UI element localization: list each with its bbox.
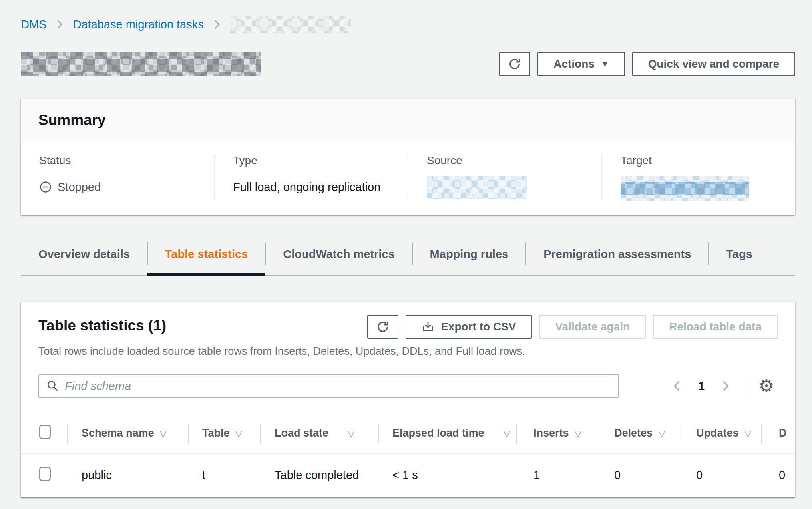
cell-load-state: Table completed xyxy=(260,453,378,497)
statistics-table-wrap: Schema name▽ Table▽ Load state▽ Elapsed … xyxy=(21,414,795,497)
quick-view-compare-button[interactable]: Quick view and compare xyxy=(632,52,795,76)
summary-status-col: Status Stopped xyxy=(21,154,214,201)
target-label: Target xyxy=(621,154,777,167)
col-schema-name: Schema name xyxy=(82,427,154,439)
table-preferences-button[interactable]: ⚙ xyxy=(755,375,778,397)
table-statistics-title: Table statistics (1) xyxy=(38,315,166,334)
breadcrumb-dms-link[interactable]: DMS xyxy=(21,18,46,31)
breadcrumb: DMS Database migration tasks xyxy=(21,15,795,34)
cell-elapsed-load-time: < 1 s xyxy=(378,453,516,497)
type-label: Type xyxy=(233,154,389,167)
cell-inserts: 1 xyxy=(516,453,597,497)
row-checkbox[interactable] xyxy=(39,467,51,481)
col-inserts: Inserts xyxy=(533,427,569,439)
sort-icon[interactable]: ▽ xyxy=(348,428,355,439)
table-header-row: Schema name▽ Table▽ Load state▽ Elapsed … xyxy=(21,414,795,453)
table-row: public t Table completed < 1 s 1 0 0 0 xyxy=(21,453,795,497)
source-endpoint-link-redacted[interactable] xyxy=(427,176,527,199)
header-actions: Actions ▼ Quick view and compare xyxy=(499,52,795,76)
gear-icon: ⚙ xyxy=(758,377,774,395)
sort-icon[interactable]: ▽ xyxy=(744,428,752,439)
export-csv-button[interactable]: Export to CSV xyxy=(406,315,532,339)
summary-type-col: Type Full load, ongoing replication xyxy=(214,154,408,201)
col-table: Table xyxy=(202,427,230,439)
validate-again-button[interactable]: Validate again xyxy=(539,315,646,339)
quick-view-label: Quick view and compare xyxy=(648,58,779,70)
status-label: Status xyxy=(39,154,195,167)
pagination-divider xyxy=(746,375,746,397)
type-value: Full load, ongoing replication xyxy=(233,181,380,194)
statistics-table: Schema name▽ Table▽ Load state▽ Elapsed … xyxy=(21,414,795,497)
refresh-icon xyxy=(376,320,390,334)
sort-icon[interactable]: ▽ xyxy=(575,428,582,439)
tab-premigration-assessments[interactable]: Premigration assessments xyxy=(526,241,709,275)
schema-search xyxy=(38,374,619,398)
search-icon xyxy=(46,380,59,392)
stopped-icon xyxy=(39,181,52,193)
breadcrumb-current-redacted xyxy=(230,16,351,33)
table-statistics-description: Total rows include loaded source table r… xyxy=(21,339,795,358)
tab-mapping-rules[interactable]: Mapping rules xyxy=(412,241,526,275)
actions-button[interactable]: Actions ▼ xyxy=(537,52,625,76)
next-page-button[interactable] xyxy=(714,375,737,397)
refresh-icon xyxy=(508,57,521,71)
chevron-right-icon xyxy=(213,18,221,30)
cell-deletes: 0 xyxy=(597,453,679,497)
summary-card: Summary Status Stopped Type Full load, o… xyxy=(21,98,795,215)
sort-icon[interactable]: ▽ xyxy=(235,428,243,439)
sort-icon[interactable]: ▽ xyxy=(658,428,665,439)
source-label: Source xyxy=(427,154,583,167)
dms-task-page: DMS Database migration tasks Actions ▼ xyxy=(0,0,812,497)
detail-tabs: Overview details Table statistics CloudW… xyxy=(21,241,795,276)
tab-cloudwatch-metrics[interactable]: CloudWatch metrics xyxy=(265,241,412,275)
cell-updates: 0 xyxy=(679,453,761,497)
summary-title: Summary xyxy=(21,99,795,141)
download-icon xyxy=(422,320,434,333)
col-load-state: Load state xyxy=(275,427,328,439)
cell-schema-name: public xyxy=(67,453,188,497)
table-refresh-button[interactable] xyxy=(367,315,398,339)
pagination: 1 ⚙ xyxy=(666,375,778,397)
summary-grid: Status Stopped Type Full load, ongoing r… xyxy=(21,141,795,215)
tab-overview-details[interactable]: Overview details xyxy=(21,241,147,275)
refresh-button[interactable] xyxy=(499,52,530,76)
tab-tags[interactable]: Tags xyxy=(709,241,770,275)
chevron-left-icon xyxy=(672,379,682,393)
col-updates: Updates xyxy=(696,427,739,439)
status-value: Stopped xyxy=(58,181,101,194)
cell-table: t xyxy=(188,453,260,497)
reload-table-data-button[interactable]: Reload table data xyxy=(653,315,778,339)
col-ddls-cut: D xyxy=(779,427,787,439)
caret-down-icon: ▼ xyxy=(601,60,609,68)
chevron-right-icon xyxy=(55,18,64,30)
col-elapsed-load-time: Elapsed load time xyxy=(392,427,484,439)
cell-ddls-cut: 0 xyxy=(761,453,795,497)
table-toolbar: Export to CSV Validate again Reload tabl… xyxy=(367,315,778,339)
search-input[interactable] xyxy=(65,375,611,397)
page-header: Actions ▼ Quick view and compare xyxy=(21,52,795,76)
current-page-number[interactable]: 1 xyxy=(691,380,711,393)
table-statistics-card: Table statistics (1) Export to CSV Valid… xyxy=(21,301,795,497)
chevron-right-icon xyxy=(720,379,731,393)
prev-page-button[interactable] xyxy=(666,375,688,397)
summary-target-col: Target xyxy=(601,154,795,201)
summary-source-col: Source xyxy=(408,154,601,201)
sort-icon[interactable]: ▽ xyxy=(504,428,511,439)
target-redacted-band xyxy=(621,182,749,195)
sort-icon[interactable]: ▽ xyxy=(160,428,167,439)
task-name-redacted xyxy=(21,52,261,76)
actions-button-label: Actions xyxy=(553,58,595,70)
breadcrumb-tasks-link[interactable]: Database migration tasks xyxy=(73,18,203,31)
target-endpoint-link-redacted[interactable] xyxy=(621,176,749,201)
select-all-checkbox[interactable] xyxy=(39,425,51,439)
col-deletes: Deletes xyxy=(614,427,653,439)
tab-table-statistics[interactable]: Table statistics xyxy=(147,241,265,275)
